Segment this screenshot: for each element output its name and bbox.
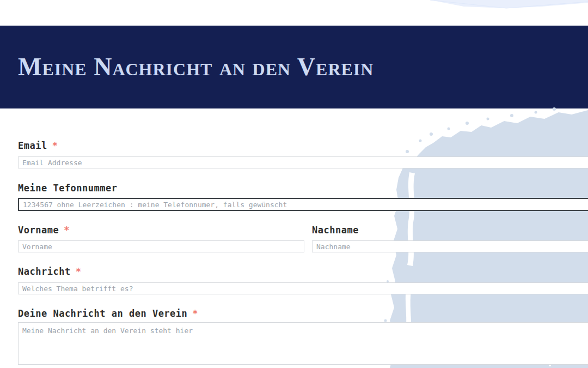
phone-label: Meine Tefonnummer <box>18 183 118 194</box>
required-asterisk: * <box>52 140 58 151</box>
subject-label-text: Nachricht <box>18 266 71 277</box>
first-name-input[interactable] <box>18 240 304 252</box>
page: Meine Nachricht an den Verein Email* Mei… <box>0 0 588 368</box>
email-label: Email* <box>18 140 58 151</box>
last-name-label: Nachname <box>312 225 588 236</box>
subject-input[interactable] <box>18 282 588 294</box>
phone-input[interactable] <box>18 198 588 211</box>
top-strip <box>0 0 588 26</box>
required-asterisk: * <box>192 308 198 319</box>
contact-form: Email* Meine Tefonnummer Vorname* Nachna… <box>18 108 588 368</box>
page-title: Meine Nachricht an den Verein <box>0 55 373 80</box>
email-input[interactable] <box>18 156 588 168</box>
last-name-input[interactable] <box>312 240 588 252</box>
first-name-field-group: Vorname* <box>18 225 304 252</box>
message-label: Deine Nachricht an den Verein* <box>18 308 198 319</box>
gem-icon <box>430 0 588 9</box>
subject-label: Nachricht* <box>18 266 81 277</box>
email-label-text: Email <box>18 140 47 151</box>
required-asterisk: * <box>76 266 82 277</box>
last-name-field-group: Nachname <box>312 225 588 252</box>
first-name-label-text: Vorname <box>18 225 59 236</box>
hero-banner: Meine Nachricht an den Verein <box>0 26 588 108</box>
message-textarea[interactable] <box>18 322 588 365</box>
first-name-label: Vorname* <box>18 225 304 236</box>
phone-label-text: Meine Tefonnummer <box>18 183 118 194</box>
last-name-label-text: Nachname <box>312 225 359 236</box>
message-label-text: Deine Nachricht an den Verein <box>18 308 187 319</box>
required-asterisk: * <box>64 225 70 236</box>
